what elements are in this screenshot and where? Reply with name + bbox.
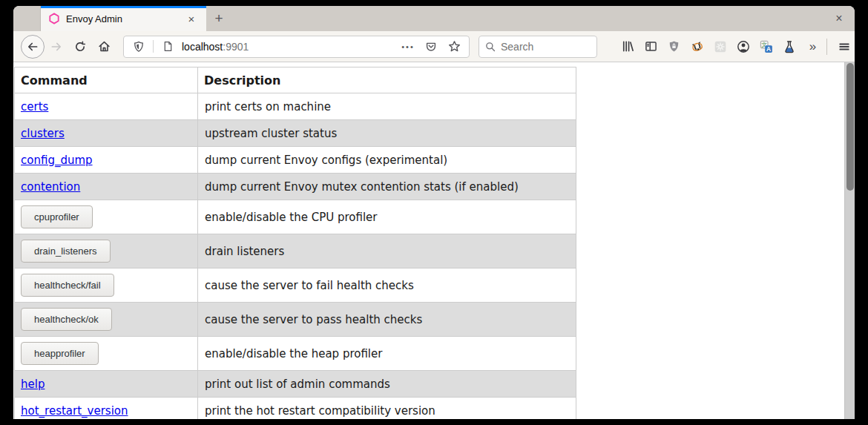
command-cell: hot_restart_version bbox=[15, 398, 198, 420]
tracking-protection-shield-icon[interactable] bbox=[130, 41, 148, 53]
toolbar-separator bbox=[826, 39, 827, 55]
svg-text:A: A bbox=[766, 45, 770, 52]
forward-button[interactable] bbox=[45, 35, 68, 59]
tab-close-icon[interactable]: × bbox=[184, 13, 199, 25]
url-host: localhost bbox=[182, 41, 223, 53]
command-cell: drain_listeners bbox=[15, 234, 198, 268]
table-row: config_dumpdump current Envoy configs (e… bbox=[15, 147, 576, 174]
bookmark-star-icon[interactable] bbox=[445, 40, 463, 53]
description-cell: cause the server to pass health checks bbox=[198, 303, 576, 337]
command-cell: heapprofiler bbox=[15, 337, 198, 371]
table-row: contentiondump current Envoy mutex conte… bbox=[15, 174, 576, 200]
command-button-healthcheck/fail[interactable]: healthcheck/fail bbox=[21, 274, 114, 297]
column-header-description: Description bbox=[198, 67, 576, 93]
overflow-chevron-icon[interactable]: » bbox=[800, 35, 823, 59]
page-content: Command Description certsprint certs on … bbox=[13, 62, 855, 419]
sidebar-toggle-icon[interactable] bbox=[640, 35, 662, 59]
table-row: certsprint certs on machine bbox=[15, 93, 576, 120]
column-header-command: Command bbox=[15, 67, 198, 93]
search-icon bbox=[485, 42, 496, 52]
search-box bbox=[479, 36, 597, 58]
privacy-badger-extension-icon[interactable] bbox=[685, 35, 708, 59]
table-row: clustersupstream cluster status bbox=[15, 120, 576, 147]
command-cell: certs bbox=[15, 93, 198, 120]
description-cell: drain listeners bbox=[198, 234, 576, 268]
command-link-config_dump[interactable]: config_dump bbox=[21, 154, 93, 167]
url-port: :9901 bbox=[223, 41, 249, 53]
description-cell: dump current Envoy configs (experimental… bbox=[198, 147, 576, 174]
translate-extension-icon[interactable]: 文 A bbox=[754, 35, 777, 59]
command-cell: help bbox=[15, 371, 198, 398]
table-row: hot_restart_versionprint the hot restart… bbox=[15, 398, 576, 420]
command-cell: clusters bbox=[15, 120, 198, 147]
table-row: drain_listenersdrain listeners bbox=[15, 234, 576, 268]
browser-window: Envoy Admin × + × bbox=[13, 6, 855, 419]
tab-bar: Envoy Admin × + × bbox=[13, 6, 855, 31]
table-row: healthcheck/okcause the server to pass h… bbox=[15, 303, 576, 337]
description-cell: print certs on machine bbox=[198, 93, 576, 120]
toolbar-icons: 文 A » bbox=[617, 35, 823, 59]
flask-extension-icon[interactable] bbox=[777, 35, 800, 59]
urlbar-divider bbox=[153, 40, 154, 53]
table-row: helpprint out list of admin commands bbox=[15, 371, 576, 398]
description-cell: dump current Envoy mutex contention stat… bbox=[198, 174, 576, 200]
window-close-icon[interactable]: × bbox=[823, 6, 855, 31]
command-cell: healthcheck/ok bbox=[15, 303, 198, 337]
hamburger-menu-icon[interactable] bbox=[830, 35, 855, 59]
envoy-favicon-icon bbox=[48, 13, 60, 24]
account-icon[interactable] bbox=[731, 35, 754, 59]
table-row: heapprofilerenable/disable the heap prof… bbox=[15, 337, 576, 371]
table-row: cpuprofilerenable/disable the CPU profil… bbox=[15, 200, 576, 234]
disabled-extension-grid-icon[interactable] bbox=[708, 35, 731, 59]
command-button-drain_listeners[interactable]: drain_listeners bbox=[21, 240, 111, 263]
command-link-certs[interactable]: certs bbox=[21, 100, 48, 113]
new-tab-button[interactable]: + bbox=[206, 6, 231, 31]
command-link-help[interactable]: help bbox=[21, 378, 45, 391]
description-cell: enable/disable the heap profiler bbox=[198, 337, 576, 371]
command-link-contention[interactable]: contention bbox=[21, 180, 80, 194]
page-actions-icon[interactable]: ••• bbox=[399, 42, 417, 51]
navigation-toolbar: localhost:9901 ••• bbox=[13, 31, 855, 62]
description-cell: print the hot restart compatibility vers… bbox=[198, 398, 576, 420]
command-cell: healthcheck/fail bbox=[15, 268, 198, 303]
description-cell: cause the server to fail health checks bbox=[198, 268, 576, 303]
page-info-icon[interactable] bbox=[159, 41, 177, 52]
command-button-healthcheck/ok[interactable]: healthcheck/ok bbox=[21, 308, 112, 331]
command-table-body: certsprint certs on machineclustersupstr… bbox=[15, 93, 576, 420]
home-icon[interactable] bbox=[92, 35, 116, 59]
command-link-clusters[interactable]: clusters bbox=[21, 127, 65, 140]
tab-title: Envoy Admin bbox=[66, 13, 178, 24]
url-text: localhost:9901 bbox=[182, 41, 394, 53]
scrollbar-thumb[interactable] bbox=[846, 63, 854, 191]
library-icon[interactable] bbox=[617, 35, 640, 59]
pocket-icon[interactable] bbox=[422, 41, 440, 53]
search-input[interactable] bbox=[501, 41, 575, 53]
command-button-cpuprofiler[interactable]: cpuprofiler bbox=[21, 205, 93, 228]
table-header-row: Command Description bbox=[15, 67, 576, 93]
description-cell: upstream cluster status bbox=[198, 120, 576, 147]
command-cell: contention bbox=[15, 174, 198, 200]
command-cell: config_dump bbox=[15, 147, 198, 174]
command-link-hot_restart_version[interactable]: hot_restart_version bbox=[21, 404, 128, 418]
description-cell: print out list of admin commands bbox=[198, 371, 576, 398]
admin-command-table: Command Description certsprint certs on … bbox=[14, 67, 576, 419]
description-cell: enable/disable the CPU profiler bbox=[198, 200, 576, 234]
tab-envoy-admin[interactable]: Envoy Admin × bbox=[41, 6, 206, 31]
scrollbar[interactable] bbox=[844, 62, 855, 419]
table-row: healthcheck/failcause the server to fail… bbox=[15, 268, 576, 303]
url-bar[interactable]: localhost:9901 ••• bbox=[123, 36, 470, 58]
reload-icon[interactable] bbox=[68, 35, 92, 59]
shield-lock-extension-icon[interactable] bbox=[662, 35, 685, 59]
command-button-heapprofiler[interactable]: heapprofiler bbox=[21, 342, 99, 365]
command-cell: cpuprofiler bbox=[15, 200, 198, 234]
titlebar-drag-spacer bbox=[13, 6, 41, 31]
back-button[interactable] bbox=[21, 35, 45, 59]
